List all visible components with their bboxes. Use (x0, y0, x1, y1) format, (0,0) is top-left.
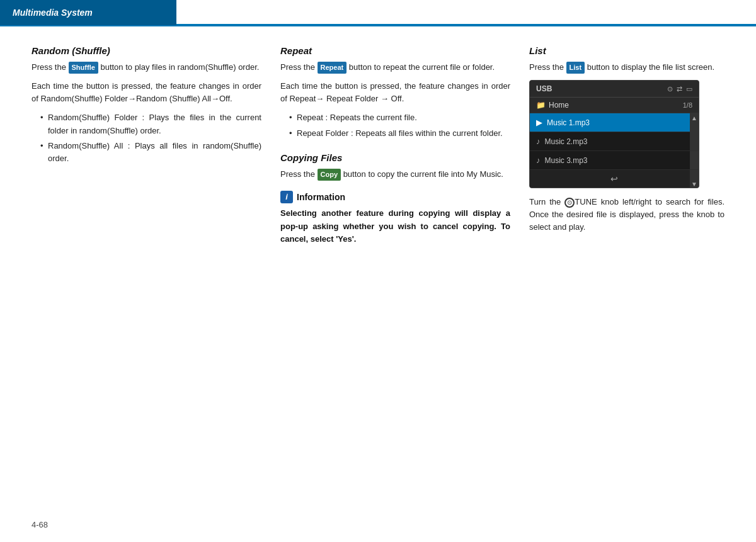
usb-label: USB (536, 84, 552, 93)
info-header: i Information (280, 191, 510, 203)
usb-nav-label: 📁 Home (536, 101, 569, 110)
main-content: Random (Shuffle) Press the Shuffle butto… (0, 26, 756, 265)
list-badge: List (566, 62, 585, 74)
column-list: List Press the List button to display th… (529, 45, 724, 246)
scroll-up-arrow: ▲ (691, 115, 697, 121)
bullet-item: Repeat Folder : Repeats all files within… (289, 127, 510, 140)
random-shuffle-para1: Press the Shuffle button to play files i… (32, 61, 261, 74)
scroll-down-arrow: ▼ (691, 181, 697, 188)
page-header: Multimedia System (0, 0, 756, 26)
usb-back-btn: ↩ (610, 174, 618, 184)
random-shuffle-para2: Each time the button is pressed, the fea… (32, 80, 261, 105)
usb-page-info: 1/8 (683, 101, 692, 109)
list-para1: Press the List button to display the fil… (529, 61, 724, 74)
header-line (176, 24, 756, 25)
usb-icon-arrows: ⇄ (677, 85, 682, 93)
list-title: List (529, 45, 724, 56)
usb-track-list: ▶ Music 1.mp3 ▲ ▼ ♪ Music 2.mp3 ♪ Music … (530, 113, 699, 170)
usb-screen-header: USB ⊙ ⇄ ▭ (530, 81, 699, 98)
tune-label: TUNE (575, 197, 597, 206)
usb-track-row-1: ▶ Music 1.mp3 ▲ ▼ (530, 113, 699, 132)
track-name-2: Music 2.mp3 (545, 137, 588, 146)
music-icon-2: ♪ (536, 137, 541, 146)
page-footer: 4-68 (32, 520, 48, 529)
copying-files-title: Copying Files (280, 152, 510, 163)
random-shuffle-title: Random (Shuffle) (32, 45, 261, 56)
repeat-para2: Each time the button is pressed, the fea… (280, 80, 510, 105)
info-title: Information (297, 192, 345, 202)
tune-knob-icon: ⊙ (564, 198, 575, 208)
info-text: Selecting another feature during copying… (280, 207, 510, 246)
bullet-item: Repeat : Repeats the current file. (289, 111, 510, 124)
play-icon: ▶ (536, 118, 542, 127)
copying-files-para1: Press the Copy button to copy the curren… (280, 168, 510, 181)
info-icon: i (280, 191, 293, 203)
list-para2: Turn the ⊙TUNE knob left/right to search… (529, 196, 724, 234)
information-box: i Information Selecting another feature … (280, 191, 510, 246)
copy-badge: Copy (318, 169, 341, 181)
track-name-3: Music 3.mp3 (545, 156, 588, 165)
header-title: Multimedia System (13, 8, 93, 18)
copying-files-section: Copying Files Press the Copy button to c… (280, 152, 510, 181)
bullet-item: Random(Shuffle) Folder : Plays the files… (40, 111, 261, 137)
usb-track-row-3: ♪ Music 3.mp3 (530, 151, 699, 170)
music-icon-3: ♪ (536, 155, 541, 165)
page-number: 4-68 (32, 520, 48, 529)
column-repeat-copy: Repeat Press the Repeat button to repeat… (280, 45, 529, 246)
repeat-badge: Repeat (318, 62, 347, 74)
usb-back-row: ↩ (530, 170, 699, 188)
usb-icon-circle: ⊙ (667, 85, 673, 93)
repeat-bullets: Repeat : Repeats the current file. Repea… (289, 111, 510, 139)
column-random-shuffle: Random (Shuffle) Press the Shuffle butto… (32, 45, 280, 246)
repeat-title: Repeat (280, 45, 510, 56)
usb-screen: USB ⊙ ⇄ ▭ 📁 Home 1/8 ▶ Music 1.mp3 (529, 80, 699, 188)
usb-icon-square: ▭ (686, 85, 692, 93)
header-title-block: Multimedia System (0, 0, 176, 25)
random-shuffle-bullets: Random(Shuffle) Folder : Plays the files… (40, 111, 261, 165)
nav-label-text: Home (549, 101, 569, 110)
track-name-1: Music 1.mp3 (547, 118, 590, 127)
usb-track-row-2: ♪ Music 2.mp3 (530, 132, 699, 151)
usb-icons: ⊙ ⇄ ▭ (667, 85, 692, 93)
usb-nav-row: 📁 Home 1/8 (530, 98, 699, 113)
repeat-para1: Press the Repeat button to repeat the cu… (280, 61, 510, 74)
shuffle-badge: Shuffle (69, 62, 98, 74)
bullet-item: Random(Shuffle) All : Plays all files in… (40, 140, 261, 165)
folder-icon: 📁 (536, 101, 546, 110)
